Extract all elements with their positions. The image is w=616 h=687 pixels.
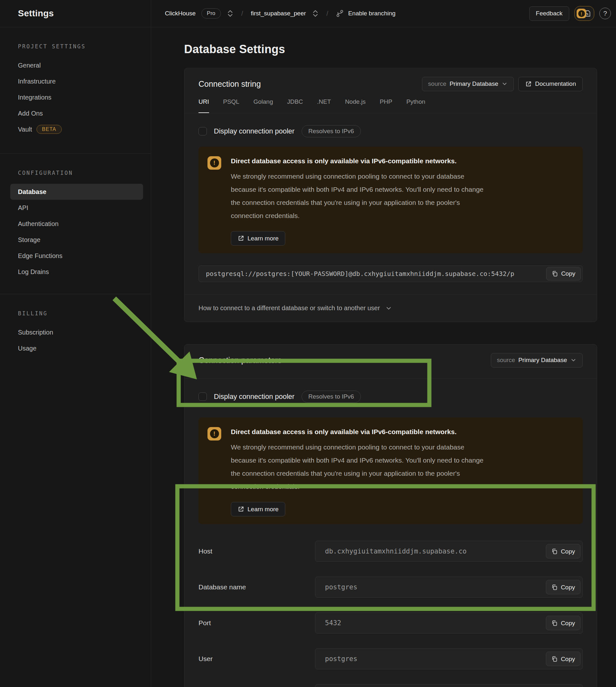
connection-parameters-card: Connection parameters source Primary Dat… bbox=[184, 344, 597, 687]
host-input[interactable]: db.cxhygiuitamxhniiddjm.supabase.co Copy bbox=[315, 541, 583, 562]
external-link-icon bbox=[525, 81, 532, 87]
breadcrumb-project[interactable]: first_supabase_peer bbox=[251, 10, 306, 17]
warning-body: We strongly recommend using connection p… bbox=[231, 441, 484, 493]
header-actions: Feedback ! ? bbox=[529, 6, 616, 21]
tab-psql[interactable]: PSQL bbox=[223, 96, 240, 113]
connection-string-value: postgresql://postgres:[YOUR-PASSWORD]@db… bbox=[206, 270, 514, 278]
help-icon: ? bbox=[603, 9, 607, 17]
sidebar-item-vault[interactable]: Vault BETA bbox=[10, 121, 143, 137]
tab-python[interactable]: Python bbox=[406, 96, 425, 113]
tab-nodejs[interactable]: Node.js bbox=[345, 96, 366, 113]
source-select[interactable]: source Primary Database bbox=[491, 353, 583, 368]
chevron-down-icon bbox=[385, 305, 392, 312]
port-field-row: Port 5432 Copy bbox=[198, 613, 583, 634]
pooler-label: Display connection pooler bbox=[214, 127, 294, 135]
learn-more-button[interactable]: Learn more bbox=[231, 231, 285, 246]
display-connection-pooler-checkbox[interactable] bbox=[198, 393, 207, 401]
copy-icon bbox=[552, 270, 558, 277]
port-input[interactable]: 5432 Copy bbox=[315, 613, 583, 634]
section-label-project-settings: PROJECT SETTINGS bbox=[0, 43, 151, 50]
sidebar-item-storage[interactable]: Storage bbox=[10, 232, 143, 248]
notifications-button[interactable]: ! bbox=[574, 6, 594, 21]
connection-string-field[interactable]: postgresql://postgres:[YOUR-PASSWORD]@db… bbox=[198, 265, 583, 282]
chevron-down-icon bbox=[570, 357, 577, 363]
connection-string-tabs: URI PSQL Golang JDBC .NET Node.js PHP Py… bbox=[198, 96, 583, 113]
settings-sidebar: PROJECT SETTINGS General Infrastructure … bbox=[0, 27, 151, 687]
settings-header: Settings bbox=[0, 0, 151, 27]
git-branch-icon bbox=[336, 9, 344, 18]
sidebar-item-database[interactable]: Database bbox=[10, 184, 143, 200]
sidebar-item-api[interactable]: API bbox=[10, 200, 143, 216]
breadcrumb: ClickHouse Pro / first_supabase_peer / E… bbox=[151, 8, 529, 19]
connection-string-title: Connection string bbox=[198, 80, 261, 89]
warning-title: Direct database access is only available… bbox=[231, 427, 484, 437]
sidebar-item-log-drains[interactable]: Log Drains bbox=[10, 264, 143, 280]
breadcrumb-separator: / bbox=[325, 9, 330, 17]
source-select[interactable]: source Primary Database bbox=[422, 77, 514, 91]
page-title: Database Settings bbox=[184, 43, 597, 56]
external-link-icon bbox=[238, 235, 244, 242]
warning-badge-icon: ! bbox=[577, 9, 586, 18]
warning-body: We strongly recommend using connection p… bbox=[231, 170, 484, 222]
warning-title: Direct database access is only available… bbox=[231, 156, 484, 166]
help-button[interactable]: ? bbox=[599, 8, 611, 19]
connection-parameters-title: Connection parameters bbox=[198, 356, 282, 365]
enable-branching-label: Enable branching bbox=[348, 10, 395, 17]
tab-dotnet[interactable]: .NET bbox=[317, 96, 331, 113]
org-switcher-icon[interactable] bbox=[227, 9, 234, 18]
project-switcher-icon[interactable] bbox=[312, 9, 319, 18]
enable-branching-button[interactable]: Enable branching bbox=[336, 9, 395, 18]
copy-host-button[interactable]: Copy bbox=[546, 544, 580, 559]
sidebar-divider bbox=[0, 153, 151, 154]
plan-badge: Pro bbox=[201, 8, 221, 19]
warning-icon: ! bbox=[207, 427, 221, 441]
learn-more-button[interactable]: Learn more bbox=[231, 502, 285, 516]
copy-user-button[interactable]: Copy bbox=[546, 652, 580, 666]
copy-icon bbox=[551, 656, 558, 662]
ipv6-warning: ! Direct database access is only availab… bbox=[198, 418, 583, 524]
copy-database-name-button[interactable]: Copy bbox=[546, 580, 580, 595]
tab-jdbc[interactable]: JDBC bbox=[287, 96, 303, 113]
resolves-ipv6-badge: Resolves to IPv6 bbox=[302, 391, 361, 403]
beta-badge: BETA bbox=[37, 125, 62, 134]
feedback-button[interactable]: Feedback bbox=[529, 6, 569, 21]
copy-port-button[interactable]: Copy bbox=[546, 616, 580, 630]
breadcrumb-org[interactable]: ClickHouse bbox=[165, 10, 196, 17]
section-label-configuration: CONFIGURATION bbox=[0, 170, 151, 177]
tab-uri[interactable]: URI bbox=[198, 96, 209, 113]
section-label-billing: BILLING bbox=[0, 310, 151, 317]
sidebar-item-general[interactable]: General bbox=[10, 57, 143, 73]
connect-help-expander[interactable]: How to connect to a different database o… bbox=[184, 294, 597, 322]
app-header: Settings ClickHouse Pro / first_supabase… bbox=[0, 0, 616, 27]
sidebar-item-authentication[interactable]: Authentication bbox=[10, 216, 143, 232]
external-link-icon bbox=[238, 506, 244, 512]
window-title: Settings bbox=[18, 8, 54, 19]
password-input[interactable]: [The password for your database] bbox=[315, 684, 583, 687]
main-area: Database Settings Connection string sour… bbox=[151, 27, 616, 687]
sidebar-item-edge-functions[interactable]: Edge Functions bbox=[10, 248, 143, 264]
copy-icon bbox=[551, 548, 558, 554]
database-name-input[interactable]: postgres Copy bbox=[315, 577, 583, 598]
sidebar-item-usage[interactable]: Usage bbox=[10, 340, 143, 356]
copy-connection-string-button[interactable]: Copy bbox=[546, 267, 581, 281]
breadcrumb-separator: / bbox=[240, 9, 245, 17]
resolves-ipv6-badge: Resolves to IPv6 bbox=[302, 125, 361, 137]
copy-icon bbox=[551, 620, 558, 626]
documentation-button[interactable]: Documentation bbox=[518, 77, 583, 91]
sidebar-item-add-ons[interactable]: Add Ons bbox=[10, 105, 143, 121]
port-label: Port bbox=[198, 619, 315, 627]
copy-icon bbox=[551, 584, 558, 590]
display-connection-pooler-checkbox[interactable] bbox=[198, 127, 207, 135]
ipv6-warning: ! Direct database access is only availab… bbox=[198, 147, 583, 253]
sidebar-item-infrastructure[interactable]: Infrastructure bbox=[10, 73, 143, 89]
connection-string-card: Connection string source Primary Databas… bbox=[184, 68, 597, 322]
host-field-row: Host db.cxhygiuitamxhniiddjm.supabase.co… bbox=[198, 541, 583, 562]
sidebar-item-integrations[interactable]: Integrations bbox=[10, 89, 143, 105]
user-input[interactable]: postgres Copy bbox=[315, 648, 583, 669]
tab-php[interactable]: PHP bbox=[380, 96, 392, 113]
sidebar-divider bbox=[0, 294, 151, 294]
chevron-down-icon bbox=[501, 81, 508, 87]
password-field-row: Password [The password for your database… bbox=[198, 684, 583, 687]
tab-golang[interactable]: Golang bbox=[253, 96, 273, 113]
sidebar-item-subscription[interactable]: Subscription bbox=[10, 324, 143, 340]
